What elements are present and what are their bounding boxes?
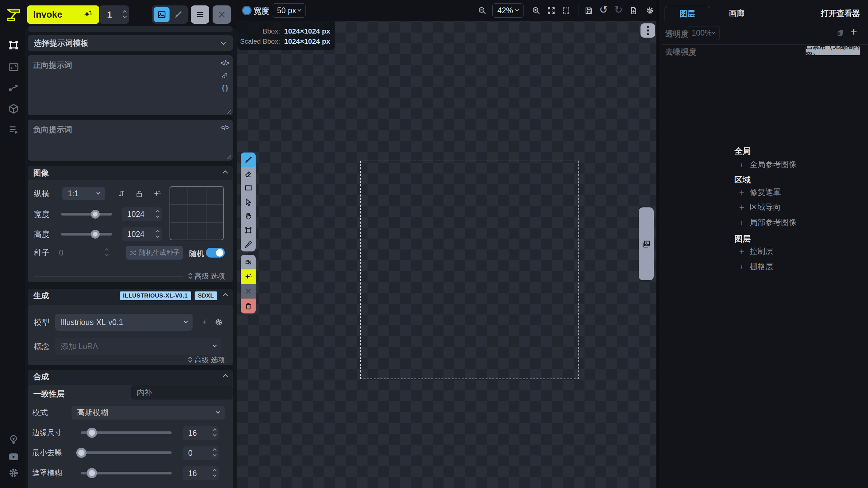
increment-icon[interactable] xyxy=(213,469,216,472)
cancel-queue-button[interactable] xyxy=(213,5,231,24)
iterations-stepper[interactable]: 1 xyxy=(100,5,129,24)
link-prompts-icon[interactable] xyxy=(221,72,229,79)
add-control-layer[interactable]: + 控制层 xyxy=(739,246,773,257)
mask-blur-thumb[interactable] xyxy=(87,468,97,478)
decrement-icon[interactable] xyxy=(213,433,216,436)
gallery-drawer-handle[interactable] xyxy=(639,207,654,280)
positive-prompt-input[interactable] xyxy=(28,55,233,115)
width-input[interactable]: 1024 xyxy=(122,207,162,221)
canvas-settings-gear-icon[interactable] xyxy=(643,4,657,17)
sidebar-tab-canvas[interactable] xyxy=(7,38,20,52)
sidebar-tab-queue[interactable] xyxy=(7,123,20,137)
select-tool-button[interactable] xyxy=(241,195,256,209)
fit-to-view-icon[interactable] xyxy=(545,4,558,17)
tab-layers[interactable]: 图层 xyxy=(665,6,710,21)
settings-gear-icon[interactable] xyxy=(7,466,20,480)
eyedropper-tool-button[interactable] xyxy=(241,237,256,251)
generation-bbox[interactable] xyxy=(360,161,579,379)
collapse-icon[interactable] xyxy=(223,374,228,380)
edge-size-thumb[interactable] xyxy=(87,428,97,438)
image-mode-button[interactable] xyxy=(154,7,170,22)
duplicate-layer-icon[interactable] xyxy=(836,29,845,37)
redo-icon[interactable]: ↻ xyxy=(612,3,625,16)
edge-size-slider[interactable] xyxy=(81,431,172,434)
cancel-tool-button[interactable] xyxy=(241,284,256,299)
eraser-tool-button[interactable] xyxy=(241,167,256,181)
lora-select[interactable]: 添加 LoRA xyxy=(55,338,221,355)
main-menu-button[interactable] xyxy=(191,5,209,24)
new-canvas-icon[interactable] xyxy=(627,4,640,17)
height-slider[interactable] xyxy=(61,233,112,236)
seed-input[interactable]: 0 xyxy=(54,246,111,260)
width-slider[interactable] xyxy=(61,213,112,216)
mask-blur-input[interactable]: 16 xyxy=(183,466,219,480)
increment-icon[interactable] xyxy=(156,230,159,233)
brush-tool-button[interactable] xyxy=(241,152,256,167)
canvas-mode-button[interactable] xyxy=(170,7,186,22)
zoom-out-icon[interactable] xyxy=(475,4,489,17)
width-slider-thumb[interactable] xyxy=(91,210,100,219)
add-raster-layer[interactable]: + 栅格层 xyxy=(739,261,773,272)
edge-size-input[interactable]: 16 xyxy=(183,426,219,440)
swap-dimensions-icon[interactable] xyxy=(117,189,126,198)
transform-tool-button[interactable] xyxy=(241,223,256,237)
youtube-icon[interactable] xyxy=(7,450,20,464)
tab-infill[interactable]: 内补 xyxy=(131,385,233,400)
decrement-icon[interactable] xyxy=(156,234,159,238)
add-layer-plus-icon[interactable]: + xyxy=(850,26,857,37)
sidebar-tab-upscaling[interactable] xyxy=(7,60,20,74)
min-denoise-input[interactable]: 0 xyxy=(183,446,219,460)
random-seed-button[interactable]: 随机生成种子 xyxy=(126,246,183,260)
model-select[interactable]: Illustrious-XL-v0.1 xyxy=(55,314,193,331)
random-seed-toggle[interactable] xyxy=(206,248,225,258)
sidebar-tab-models[interactable] xyxy=(7,102,20,116)
pan-tool-button[interactable] xyxy=(241,209,256,223)
min-denoise-thumb[interactable] xyxy=(76,448,86,458)
braces-embedding-icon[interactable]: { } xyxy=(222,84,228,92)
lock-aspect-icon[interactable] xyxy=(135,189,144,198)
min-denoise-slider[interactable] xyxy=(81,451,172,454)
prompt-syntax-icon[interactable]: </> xyxy=(220,124,229,131)
add-regional-guidance[interactable]: + 区域导向 xyxy=(739,202,781,212)
model-picker-icon[interactable] xyxy=(201,318,210,327)
increment-icon[interactable] xyxy=(156,210,159,214)
zoom-in-icon[interactable] xyxy=(529,4,543,17)
tab-coherence[interactable]: 一致性层 xyxy=(33,389,64,399)
canvas-area[interactable]: 宽度 50 px 42% xyxy=(237,0,659,488)
support-lightbulb-icon[interactable] xyxy=(7,433,20,447)
prompt-template-selector[interactable]: 选择提示词模板 xyxy=(28,35,233,51)
add-global-reference-image[interactable]: + 全局参考图像 xyxy=(739,159,796,170)
mask-blur-slider[interactable] xyxy=(81,472,172,474)
fit-bbox-icon[interactable] xyxy=(559,4,573,17)
invoke-button[interactable]: Invoke xyxy=(27,5,99,24)
generation-advanced-row[interactable]: 高级 选项 xyxy=(34,355,227,365)
height-slider-thumb[interactable] xyxy=(91,230,100,239)
brush-width-select[interactable]: 50 px xyxy=(272,3,306,18)
collapse-icon[interactable] xyxy=(223,293,228,299)
prompt-syntax-icon[interactable]: </> xyxy=(220,59,229,67)
delete-tool-button[interactable] xyxy=(241,299,256,313)
undo-icon[interactable]: ↺ xyxy=(597,3,610,16)
rect-tool-button[interactable] xyxy=(241,181,256,195)
open-viewer-button[interactable]: 打开查看器 xyxy=(821,6,860,21)
coherence-mode-select[interactable]: 高斯模糊 xyxy=(72,406,225,420)
brush-color-swatch[interactable] xyxy=(242,6,252,15)
parameters-scrollbar[interactable] xyxy=(233,29,236,488)
aspect-select[interactable]: 1:1 xyxy=(62,187,105,200)
collapse-icon[interactable] xyxy=(223,170,228,176)
model-settings-gear-icon[interactable] xyxy=(214,318,223,327)
decrement-icon[interactable] xyxy=(156,214,159,218)
add-inpaint-mask[interactable]: + 修复遮罩 xyxy=(739,187,781,198)
invoke-generate-tool-button[interactable] xyxy=(241,269,256,284)
tab-gallery[interactable]: 画廊 xyxy=(715,6,758,21)
optimize-size-icon[interactable] xyxy=(153,189,162,198)
canvas-menu-kebab-button[interactable] xyxy=(640,23,655,38)
filter-tool-button[interactable] xyxy=(241,255,256,269)
increment-icon[interactable] xyxy=(213,428,216,432)
decrement-icon[interactable] xyxy=(123,14,126,18)
decrement-icon[interactable] xyxy=(213,453,216,456)
decrement-icon[interactable] xyxy=(213,473,216,477)
image-advanced-row[interactable]: 高级 选项 xyxy=(34,271,227,281)
increment-icon[interactable] xyxy=(213,448,216,452)
negative-prompt-input[interactable] xyxy=(28,120,233,161)
